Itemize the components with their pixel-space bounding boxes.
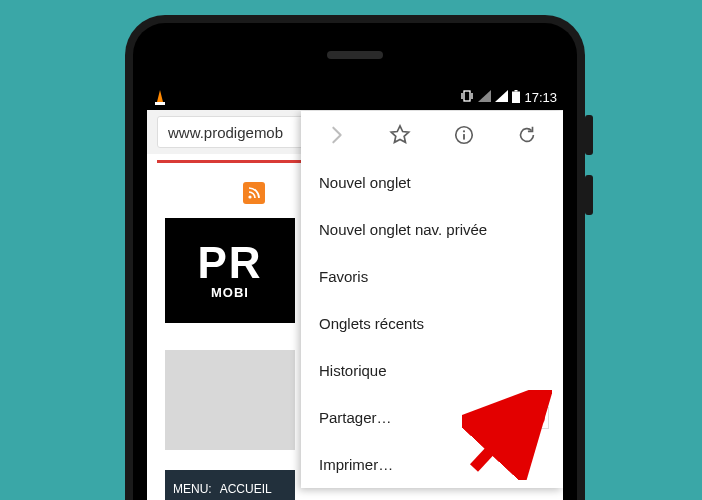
status-bar: 17:13: [147, 85, 563, 110]
battery-icon: [512, 90, 520, 106]
vlc-notification-icon: [153, 90, 167, 106]
nav-menu[interactable]: MENU: ACCUEIL: [165, 470, 295, 500]
svg-rect-2: [464, 91, 470, 101]
svg-rect-1: [155, 102, 165, 105]
forward-button[interactable]: [317, 115, 357, 155]
svg-marker-5: [478, 90, 491, 102]
volume-down-button[interactable]: [585, 175, 593, 215]
status-time: 17:13: [524, 90, 557, 105]
pocket-icon[interactable]: [527, 407, 549, 429]
svg-rect-7: [512, 91, 520, 103]
menu-item-new-tab[interactable]: Nouvel onglet: [301, 159, 563, 206]
signal-icon-2: [495, 90, 508, 105]
volume-up-button[interactable]: [585, 115, 593, 155]
menu-toolbar: [301, 111, 563, 159]
svg-point-9: [248, 195, 251, 198]
rss-icon[interactable]: [243, 182, 265, 204]
menu-item-print[interactable]: Imprimer…: [301, 441, 563, 488]
svg-marker-0: [157, 90, 163, 102]
signal-icon: [478, 90, 491, 105]
svg-point-11: [463, 130, 465, 132]
svg-rect-12: [463, 134, 465, 140]
url-text: www.prodigemob: [168, 124, 283, 141]
overflow-menu: Nouvel onglet Nouvel onglet nav. privée …: [301, 111, 563, 488]
vibrate-icon: [460, 89, 474, 106]
logo-text-top: PR: [197, 241, 262, 285]
phone-frame: 17:13 www.prodigemob PR MOBI: [125, 15, 585, 500]
phone-screen: 17:13 www.prodigemob PR MOBI: [147, 85, 563, 500]
svg-marker-6: [495, 90, 508, 102]
reload-button[interactable]: [507, 115, 547, 155]
menu-item-bookmarks[interactable]: Favoris: [301, 253, 563, 300]
bookmark-button[interactable]: [380, 115, 420, 155]
menu-item-accueil: ACCUEIL: [220, 482, 272, 496]
svg-rect-8: [515, 90, 518, 92]
menu-item-recent-tabs[interactable]: Onglets récents: [301, 300, 563, 347]
phone-speaker: [327, 51, 383, 59]
menu-item-new-incognito[interactable]: Nouvel onglet nav. privée: [301, 206, 563, 253]
site-logo: PR MOBI: [165, 218, 295, 323]
menu-label: MENU:: [173, 482, 212, 496]
info-button[interactable]: [444, 115, 484, 155]
menu-item-share[interactable]: Partager…: [301, 394, 563, 441]
menu-item-history[interactable]: Historique: [301, 347, 563, 394]
logo-text-sub: MOBI: [211, 285, 249, 300]
image-placeholder: [165, 350, 295, 450]
